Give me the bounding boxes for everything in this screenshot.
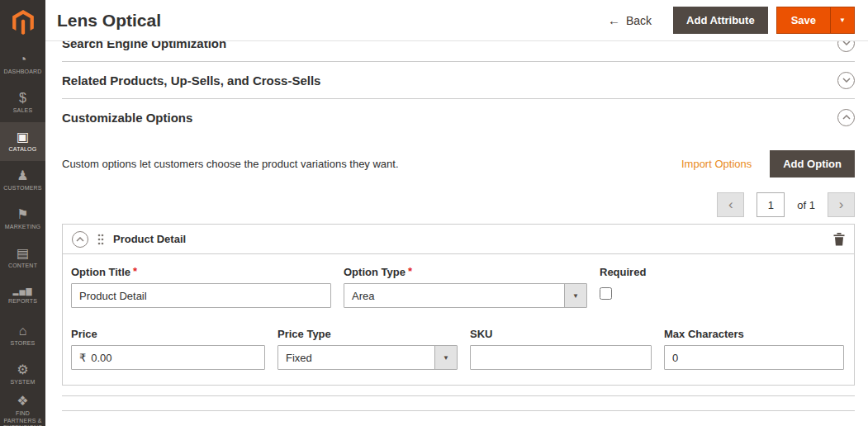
sidebar-item-label: System (9, 379, 37, 386)
add-option-button[interactable]: Add Option (770, 150, 855, 178)
field-label-text: Option Title (71, 266, 130, 278)
required-checkbox[interactable] (600, 287, 612, 300)
option-type-label: Option Type* (344, 266, 587, 278)
page-title: Lens Optical (57, 11, 608, 31)
magento-admin-app: ◔ Dashboard $ Sales ▣ Catalog ♟ Customer… (0, 0, 868, 426)
field-label-text: Option Type (344, 266, 406, 278)
sidebar-item-customers[interactable]: ♟ Customers (0, 161, 45, 200)
price-input[interactable] (91, 347, 264, 368)
max-characters-field: Max Characters (664, 328, 844, 370)
back-button-label: Back (626, 14, 652, 27)
max-characters-input[interactable] (664, 345, 844, 370)
section-title: Customizable Options (62, 111, 192, 125)
customers-icon: ♟ (17, 169, 28, 182)
option-title-field: Option Title* (71, 266, 331, 308)
field-label-text: Required (600, 266, 646, 278)
back-arrow-icon: ← (608, 13, 620, 27)
sidebar-item-stores[interactable]: ⌂ Stores (0, 316, 45, 355)
chevron-down-icon[interactable] (837, 72, 855, 89)
sidebar-item-label: Content (7, 263, 39, 269)
price-input-group: ₹ (71, 345, 265, 370)
sidebar-item-marketing[interactable]: ⚑ Marketing (0, 200, 45, 239)
sidebar-item-reports[interactable]: ▂▅▇ Reports (0, 277, 45, 316)
sidebar-item-label: Dashboard (2, 69, 43, 75)
dashboard-icon: ◔ (19, 53, 27, 66)
sidebar-item-label: Catalog (7, 146, 39, 153)
page-header: Lens Optical ← Back Add Attribute Save ▼ (45, 0, 868, 41)
save-button[interactable]: Save (777, 7, 830, 33)
max-characters-label: Max Characters (664, 328, 844, 340)
pagination-total-label: of 1 (797, 199, 815, 211)
required-label: Required (600, 266, 646, 278)
delete-option-trash-icon[interactable] (833, 233, 845, 246)
field-label-text: Max Characters (664, 328, 744, 340)
price-field: Price ₹ (71, 328, 265, 370)
sidebar-item-sales[interactable]: $ Sales (0, 83, 45, 122)
sku-label: SKU (470, 328, 652, 340)
section-title: Related Products, Up-Sells, and Cross-Se… (62, 73, 320, 88)
price-label: Price (71, 328, 265, 340)
field-label-text: Price Type (277, 328, 331, 340)
sidebar-item-system[interactable]: ⚙ System (0, 355, 45, 394)
price-type-label: Price Type (277, 328, 458, 340)
field-label-text: SKU (470, 328, 492, 340)
required-asterisk: * (408, 265, 412, 277)
custom-options-description: Custom options let customers choose the … (62, 158, 681, 170)
sidebar-item-find-partners[interactable]: ❖ Find Partners & Extensions (0, 394, 45, 426)
find-partners-icon: ❖ (17, 395, 28, 408)
section-related-products: Related Products, Up-Sells, and Cross-Se… (62, 62, 855, 99)
sku-field: SKU (470, 328, 652, 370)
sidebar-item-dashboard[interactable]: ◔ Dashboard (0, 45, 45, 83)
options-pagination: ‹ of 1 › (62, 192, 855, 217)
pagination-next-button[interactable]: › (828, 192, 855, 217)
sku-input[interactable] (470, 345, 652, 370)
select-caret-icon: ▼ (564, 284, 586, 307)
sidebar-item-content[interactable]: ▤ Content (0, 239, 45, 277)
option-card: Product Detail (62, 224, 855, 386)
price-type-select[interactable]: Fixed ▼ (277, 345, 458, 370)
magento-logo[interactable] (0, 0, 45, 45)
sidebar-item-label: Stores (9, 340, 37, 347)
save-dropdown-caret-icon[interactable]: ▼ (830, 7, 854, 33)
option-card-body: Option Title* Option Type* Area (63, 254, 854, 385)
custom-options-toolbar: Custom options let customers choose the … (62, 150, 855, 178)
drag-handle-icon[interactable] (97, 234, 104, 245)
add-attribute-button[interactable]: Add Attribute (673, 7, 768, 34)
collapse-option-chevron-up-icon[interactable] (72, 231, 88, 248)
price-type-selected-value: Fixed (278, 352, 434, 364)
magento-logo-icon (12, 10, 34, 35)
sidebar-item-label: Customers (2, 185, 43, 192)
sales-icon: $ (19, 92, 26, 105)
chevron-up-icon[interactable] (837, 109, 855, 126)
back-button[interactable]: ← Back (608, 13, 652, 27)
pagination-prev-button[interactable]: ‹ (717, 192, 744, 217)
field-label-text: Price (71, 328, 97, 340)
option-form-row-2: Price ₹ Price Type (71, 328, 846, 370)
option-type-field: Option Type* Area ▼ (344, 266, 587, 308)
option-card-title: Product Detail (113, 233, 186, 245)
pagination-current-page-input[interactable] (757, 192, 785, 217)
required-field: Required (600, 266, 646, 303)
marketing-icon: ⚑ (17, 208, 28, 221)
next-section-divider (62, 396, 855, 411)
currency-rupee-symbol: ₹ (72, 352, 91, 364)
section-customizable-options: Customizable Options Custom options let … (62, 99, 855, 396)
option-type-select[interactable]: Area ▼ (344, 283, 587, 308)
sidebar-item-label: Reports (7, 298, 39, 305)
section-header-related-products[interactable]: Related Products, Up-Sells, and Cross-Se… (62, 62, 855, 98)
main-area: Lens Optical ← Back Add Attribute Save ▼… (45, 0, 868, 426)
admin-sidebar: ◔ Dashboard $ Sales ▣ Catalog ♟ Customer… (0, 0, 45, 426)
section-header-customizable-options[interactable]: Customizable Options (62, 99, 855, 135)
option-form-row-1: Option Title* Option Type* Area (71, 266, 846, 308)
select-caret-icon: ▼ (434, 346, 457, 369)
reports-icon: ▂▅▇ (13, 288, 33, 296)
sidebar-item-catalog[interactable]: ▣ Catalog (0, 122, 45, 161)
option-title-input[interactable] (71, 283, 331, 308)
option-card-header: Product Detail (63, 225, 854, 254)
sidebar-item-label: Sales (12, 107, 35, 114)
catalog-icon: ▣ (17, 130, 29, 144)
sidebar-item-label: Find Partners & Extensions (0, 410, 45, 426)
system-icon: ⚙ (17, 363, 28, 376)
import-options-link[interactable]: Import Options (681, 158, 752, 170)
option-title-label: Option Title* (71, 266, 331, 278)
